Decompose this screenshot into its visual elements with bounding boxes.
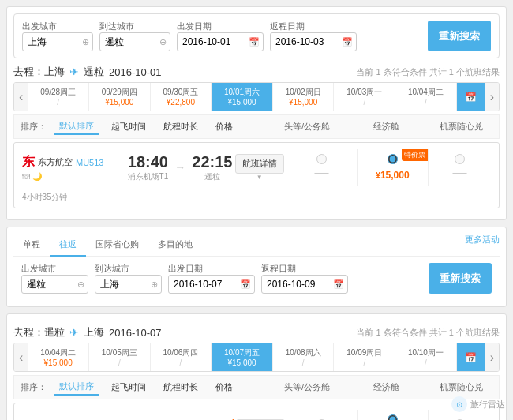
arr-time-block-out: 22:15 暹粒 bbox=[192, 153, 232, 182]
econ-radio-out[interactable] bbox=[388, 154, 398, 164]
dep-date-field: 出发日期 📅 bbox=[177, 21, 264, 51]
econ-cell-in[interactable]: ¥22,800 ¥15,000 bbox=[357, 410, 428, 420]
to-label: 到达城市 bbox=[99, 21, 170, 32]
outbound-route-title: 去程：上海 ✈ 暹粒 2016-10-01 bbox=[13, 65, 162, 79]
arr-time-out: 22:15 bbox=[192, 153, 232, 171]
inbound-next-btn[interactable]: › bbox=[485, 343, 499, 371]
filter-dep-time-out[interactable]: 起飞时间 bbox=[107, 119, 151, 134]
ret-ret-date-field: 返程日期 📅 bbox=[261, 263, 348, 294]
date-cell-6[interactable]: 10/04周二/ bbox=[395, 83, 457, 111]
top-search-button[interactable]: 重新搜索 bbox=[428, 21, 491, 51]
date-cell-5[interactable]: 10/09周日/ bbox=[334, 343, 395, 371]
ret-dep-date-label: 出发日期 bbox=[168, 263, 255, 275]
to-icon: ⊕ bbox=[159, 37, 167, 47]
flight-icons-out: 🍽 🌙 bbox=[22, 172, 128, 181]
outbound-route-header: 去程：上海 ✈ 暹粒 2016-10-01 当前 1 条符合条件 共计 1 个航… bbox=[13, 65, 500, 79]
outbound-cal-icon[interactable]: 📅 bbox=[457, 83, 485, 111]
date-cell-4[interactable]: 10/08周六/ bbox=[273, 343, 335, 371]
airline-text-out: 东方航空 bbox=[38, 156, 73, 168]
arr-station-out: 暹粒 bbox=[192, 171, 232, 182]
outbound-count: 当前 1 条符合条件 共计 1 个航班结果 bbox=[356, 66, 500, 78]
watermark: ⊙ 旅行雷达 bbox=[451, 396, 505, 412]
outbound-prev-btn[interactable]: ‹ bbox=[14, 83, 28, 111]
filter-default-out[interactable]: 默认排序 bbox=[54, 118, 99, 135]
cal-icon: 📅 bbox=[249, 37, 260, 47]
ret-cal-icon: 📅 bbox=[342, 37, 353, 47]
tab-intl[interactable]: 国际省心购 bbox=[86, 234, 148, 257]
date-cell-0[interactable]: 09/28周三/ bbox=[28, 83, 89, 111]
detail-button-out[interactable]: 航班详情 bbox=[235, 154, 284, 174]
inbound-date: 2016-10-07 bbox=[109, 327, 162, 339]
ret-ret-date-label: 返程日期 bbox=[261, 263, 348, 275]
filter-price-in[interactable]: 价格 bbox=[211, 380, 238, 395]
tab-oneway[interactable]: 单程 bbox=[13, 234, 50, 257]
ret-to-field: 到达城市 ⊕ bbox=[95, 263, 162, 294]
ret-date-field: 返程日期 📅 bbox=[270, 21, 357, 51]
outbound-plane-icon: ✈ bbox=[69, 66, 79, 78]
mid-section: 单程 往返 国际省心购 多目的地 更多活动 出发城市 ⊕ 到达城市 bbox=[6, 227, 507, 307]
inbound-cal-icon[interactable]: 📅 bbox=[457, 343, 485, 371]
dep-date-label: 出发日期 bbox=[177, 21, 264, 32]
mid-tab-content: 出发城市 ⊕ 到达城市 ⊕ 出发日期 bbox=[13, 257, 500, 300]
arrow-block-out: → bbox=[174, 161, 185, 174]
date-cell-1[interactable]: 09/29周四¥15,000 bbox=[89, 83, 151, 111]
first-radio-out[interactable] bbox=[316, 154, 327, 164]
date-cell-4[interactable]: 10/02周日¥15,000 bbox=[273, 83, 335, 111]
tab-roundtrip[interactable]: 往返 bbox=[50, 234, 86, 257]
from-label: 出发城市 bbox=[22, 21, 93, 32]
return-search-button[interactable]: 重新搜索 bbox=[429, 263, 492, 294]
cabin-head-first-in: 头等/公务舱 bbox=[271, 381, 343, 393]
dep-time-out: 18:40 bbox=[128, 153, 169, 171]
filter-price-out[interactable]: 价格 bbox=[211, 119, 238, 134]
outbound-detail-btn: 航班详情 ▼ bbox=[233, 154, 286, 181]
cabin-head-first-out: 头等/公务舱 bbox=[271, 121, 343, 133]
date-cell-1[interactable]: 10/05周三/ bbox=[89, 343, 151, 371]
econ-radio-in[interactable] bbox=[388, 414, 398, 420]
dep-time-block-out: 18:40 浦东机场T1 bbox=[128, 153, 169, 182]
miles-cell-out: — bbox=[428, 149, 491, 186]
filter-duration-in[interactable]: 航程时长 bbox=[159, 380, 203, 395]
date-cell-0[interactable]: 10/04周二¥15,000 bbox=[28, 343, 89, 371]
ret-dep-cal-icon: 📅 bbox=[240, 279, 251, 290]
date-cell-5[interactable]: 10/03周一/ bbox=[334, 83, 395, 111]
miles-radio-out[interactable] bbox=[455, 154, 465, 164]
inbound-plane-icon: ✈ bbox=[69, 326, 79, 339]
airline-logo-out: 东 bbox=[22, 154, 35, 171]
econ-cell-out[interactable]: 特价票 ¥15,000 bbox=[357, 149, 428, 186]
inbound-destination: 上海 bbox=[84, 325, 104, 339]
ret-date-label: 返程日期 bbox=[270, 21, 357, 32]
filter-duration-out[interactable]: 航程时长 bbox=[159, 119, 203, 134]
cabin-head-miles-in: 机票随心兑 bbox=[429, 381, 492, 393]
filter-default-in[interactable]: 默认排序 bbox=[54, 379, 99, 396]
return-search-bar: 出发城市 ⊕ 到达城市 ⊕ 出发日期 bbox=[21, 263, 492, 294]
inbound-flight-main: 东 东方航空 MU514 🍽 23:10 暹粒 → bbox=[14, 403, 499, 420]
ret-to-icon: ⊕ bbox=[151, 279, 158, 290]
more-activities-link[interactable]: 更多活动 bbox=[465, 234, 500, 256]
first-class-cell-out: — bbox=[286, 149, 357, 186]
date-cell-2[interactable]: 09/30周五¥22,800 bbox=[151, 83, 212, 111]
date-cell-3[interactable]: 10/01周六¥15,000 bbox=[212, 83, 273, 111]
outbound-airline-info: 东 东方航空 MU513 🍽 🌙 bbox=[22, 154, 128, 181]
inbound-filter-bar: 排序： 默认排序 起飞时间 航程时长 价格 头等/公务舱 经济舱 机票随心兑 bbox=[13, 375, 500, 399]
filter-dep-time-in[interactable]: 起飞时间 bbox=[107, 380, 151, 395]
top-search-bar: 出发城市 ⊕ 到达城市 ⊕ 出发日期 📅 bbox=[13, 13, 500, 58]
outbound-next-btn[interactable]: › bbox=[485, 83, 499, 111]
outbound-duration: 4小时35分钟 bbox=[14, 192, 499, 208]
first-class-cell-in: — bbox=[286, 410, 357, 420]
tab-multi[interactable]: 多目的地 bbox=[148, 234, 202, 257]
ret-from-label: 出发城市 bbox=[21, 263, 88, 275]
detail-chevron-out: ▼ bbox=[233, 174, 286, 181]
inbound-prev-btn[interactable]: ‹ bbox=[14, 343, 28, 371]
ret-to-label: 到达城市 bbox=[95, 263, 162, 275]
outbound-date: 2016-10-01 bbox=[109, 66, 162, 78]
date-cell-6[interactable]: 10/10周一/ bbox=[395, 343, 457, 371]
inbound-route-label: 去程：暹粒 bbox=[13, 325, 65, 339]
outbound-destination: 暹粒 bbox=[84, 65, 104, 79]
date-cell-2[interactable]: 10/06周四/ bbox=[151, 343, 212, 371]
mid-tabs-header: 单程 往返 国际省心购 多目的地 更多活动 bbox=[13, 234, 500, 257]
night-icon: 🌙 bbox=[32, 172, 42, 181]
inbound-section: 去程：暹粒 ✈ 上海 2016-10-07 当前 1 条符合条件 共计 1 个航… bbox=[6, 313, 507, 420]
watermark-icon: ⊙ bbox=[451, 396, 467, 412]
econ-price-out: ¥15,000 bbox=[376, 170, 409, 181]
date-cell-3[interactable]: 10/07周五¥15,000 bbox=[212, 343, 273, 371]
